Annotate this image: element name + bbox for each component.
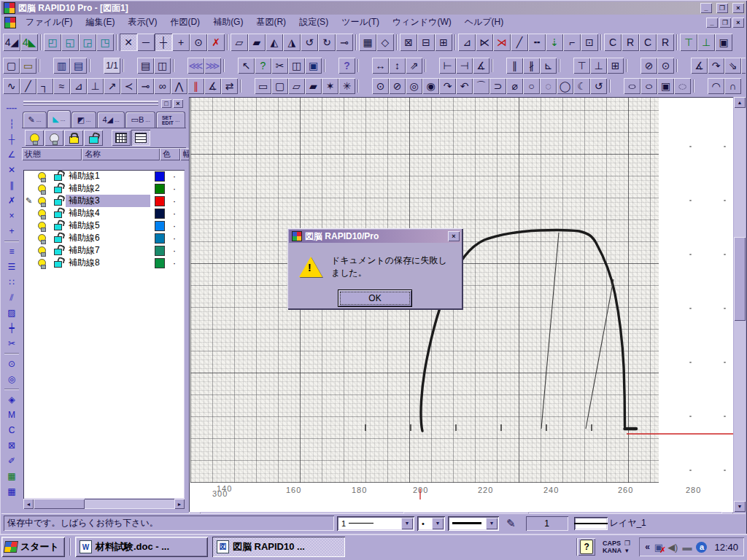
snap-free-icon[interactable]: ✕ xyxy=(120,34,137,51)
arc-tangent-icon[interactable]: ⌒ xyxy=(473,78,489,94)
layer-visible-icon[interactable] xyxy=(34,184,50,192)
polygon-icon[interactable]: ✶ xyxy=(322,78,338,94)
cut-marks-icon[interactable]: ✂ xyxy=(3,335,20,351)
layer-visible-icon[interactable] xyxy=(34,259,50,267)
page-indicator[interactable]: 1/1 xyxy=(104,58,120,74)
sep[interactable] xyxy=(114,33,120,52)
layer-stack-4-icon[interactable]: ◳ xyxy=(96,34,114,51)
vertical-scroll-thumb[interactable] xyxy=(734,237,746,321)
layer-name[interactable]: 補助線7 xyxy=(66,244,150,257)
layer-row-6[interactable]: 補助線6 · xyxy=(23,232,185,244)
paste-attr-c-icon[interactable]: C xyxy=(639,34,657,51)
mouse-icon[interactable]: ✐ xyxy=(3,453,20,468)
print-preview-icon[interactable]: ◫ xyxy=(154,58,171,74)
box-m-icon[interactable]: M xyxy=(3,407,20,422)
erase-partial-icon[interactable]: ⊠ xyxy=(400,34,417,51)
perpendicular-line-icon[interactable]: ⊥ xyxy=(87,78,104,94)
sep[interactable] xyxy=(225,33,231,52)
layer-name[interactable]: 補助線1 xyxy=(66,170,150,182)
view-grid-button[interactable] xyxy=(112,130,131,146)
menu-settings[interactable]: 設定(S) xyxy=(293,15,335,30)
sep[interactable] xyxy=(171,58,187,74)
layer-unlocked-icon[interactable] xyxy=(50,184,66,193)
ellipse-box-icon[interactable]: ▣ xyxy=(657,78,674,94)
tangent-line-icon[interactable]: ⊸ xyxy=(137,78,154,94)
task-zuno-rapid[interactable]: 図 図脳 RAPID10 ... xyxy=(212,537,345,557)
layer-view-all-icon[interactable]: 4◣ xyxy=(20,34,38,51)
tab-parts[interactable]: 4◢... xyxy=(97,112,125,128)
layer-row-5[interactable]: 補助線5 · xyxy=(23,219,185,232)
layer-stack-2-icon[interactable]: ◱ xyxy=(61,34,79,51)
layer-name[interactable]: 補助線6 xyxy=(66,232,150,244)
dim-vertical-icon[interactable]: ↕ xyxy=(389,58,406,74)
mirror-left-icon[interactable]: ◭ xyxy=(266,34,283,51)
layer-visible-icon[interactable] xyxy=(34,246,50,254)
dim-length-icon[interactable]: ⊢ xyxy=(439,58,456,74)
layer-color-cell[interactable] xyxy=(150,246,169,256)
point-diamond-icon[interactable]: ◈ xyxy=(3,392,20,407)
menu-view[interactable]: 表示(V) xyxy=(121,15,163,30)
layer-visible-icon[interactable] xyxy=(34,209,50,217)
arc-3point-icon[interactable]: ↶ xyxy=(456,78,473,94)
ellipse-dashed-icon[interactable]: ◌ xyxy=(674,78,691,94)
dim-rotated-icon[interactable]: ⇗ xyxy=(406,58,422,74)
tab-set-edit[interactable]: SET EDIT... xyxy=(156,112,185,128)
dim-baseline-icon[interactable]: ⊾ xyxy=(540,58,557,74)
scroll-up-icon[interactable]: ▲ xyxy=(734,97,746,108)
dialog-close-button[interactable]: × xyxy=(448,231,460,241)
layer-row-3[interactable]: ✎ 補助線3 · xyxy=(23,195,185,207)
sep[interactable] xyxy=(674,33,680,52)
sep[interactable] xyxy=(353,33,359,52)
layer-edit-all-icon[interactable]: 4◢ xyxy=(3,34,20,51)
dim-angle3-icon[interactable]: ∡ xyxy=(473,58,489,74)
paste-attr-r-icon[interactable]: R xyxy=(657,34,674,51)
angle-line-icon[interactable]: ⊿ xyxy=(70,78,87,94)
start-button[interactable]: スタート xyxy=(1,537,65,557)
sep[interactable] xyxy=(3,386,20,392)
grid-bars-icon[interactable]: ☰ xyxy=(3,259,20,274)
aux-angle-icon[interactable]: ∠ xyxy=(3,147,20,162)
rotate-cw-icon[interactable]: ↻ xyxy=(318,34,336,51)
line-style-dropdown-icon[interactable]: ▼ xyxy=(486,518,498,529)
dim-ordinate-icon[interactable]: ⊤ xyxy=(573,58,590,74)
sep[interactable] xyxy=(394,33,400,52)
region-box-icon[interactable]: ⊡ xyxy=(581,34,598,51)
aux-cross-icon[interactable]: ┼ xyxy=(3,131,20,147)
line-icon[interactable]: ╱ xyxy=(20,78,36,94)
trim-cross-icon[interactable]: ⋉ xyxy=(476,34,493,51)
point-style-combo[interactable]: • ▼ xyxy=(417,516,445,531)
layer-color-cell[interactable] xyxy=(150,233,169,244)
sep[interactable] xyxy=(624,58,640,74)
circle-tangent-icon[interactable]: ⊃ xyxy=(489,78,506,94)
grid-dots-icon[interactable]: ∷ xyxy=(3,274,20,289)
menu-basefig[interactable]: 基図(R) xyxy=(249,15,293,30)
layer-color-cell[interactable] xyxy=(150,258,169,268)
angle-mark-icon[interactable]: ∡ xyxy=(204,78,221,94)
layer-unlocked-icon[interactable] xyxy=(50,246,66,255)
snap-endpoint-icon[interactable]: ─ xyxy=(137,34,155,51)
align-bottom-icon[interactable]: ⊥ xyxy=(697,34,715,51)
mirror-right-icon[interactable]: ◮ xyxy=(283,34,301,51)
circle-point-icon[interactable]: ◌ xyxy=(540,78,557,94)
polyline-icon[interactable]: ∿ xyxy=(3,78,20,94)
aux-cross2-icon[interactable]: ✗ xyxy=(3,192,20,208)
layer-row-7[interactable]: 補助線7 · xyxy=(23,244,185,257)
dim-box-icon[interactable]: ⊞ xyxy=(607,58,624,74)
menu-help[interactable]: ヘルプ(H) xyxy=(458,15,511,30)
dim-leader-icon[interactable]: ⊥ xyxy=(590,58,607,74)
circle-cut-icon[interactable]: ⌀ xyxy=(506,78,523,94)
ellipse-icon[interactable]: ○ xyxy=(624,78,640,94)
vertical-scrollbar[interactable]: ▲ ▼ xyxy=(734,97,746,512)
palette-scroll-thumb[interactable] xyxy=(34,499,85,509)
ime-mode-icon[interactable]: a xyxy=(696,542,707,553)
erase-all-icon[interactable]: ⊞ xyxy=(435,34,452,51)
context-help-icon[interactable]: ? xyxy=(338,58,355,74)
array-ref-icon[interactable]: ◇ xyxy=(376,34,394,51)
erase-small-icon[interactable]: ⊠ xyxy=(3,438,20,453)
menu-draw[interactable]: 作図(D) xyxy=(163,15,206,30)
line-width-combo[interactable]: 1 ▼ xyxy=(337,516,414,531)
rectangle-icon[interactable]: ▭ xyxy=(255,78,271,94)
circle-gap-icon[interactable]: ☾ xyxy=(573,78,590,94)
layer-visible-on-button[interactable] xyxy=(25,130,44,146)
restore-button[interactable]: ❐ xyxy=(716,3,728,13)
